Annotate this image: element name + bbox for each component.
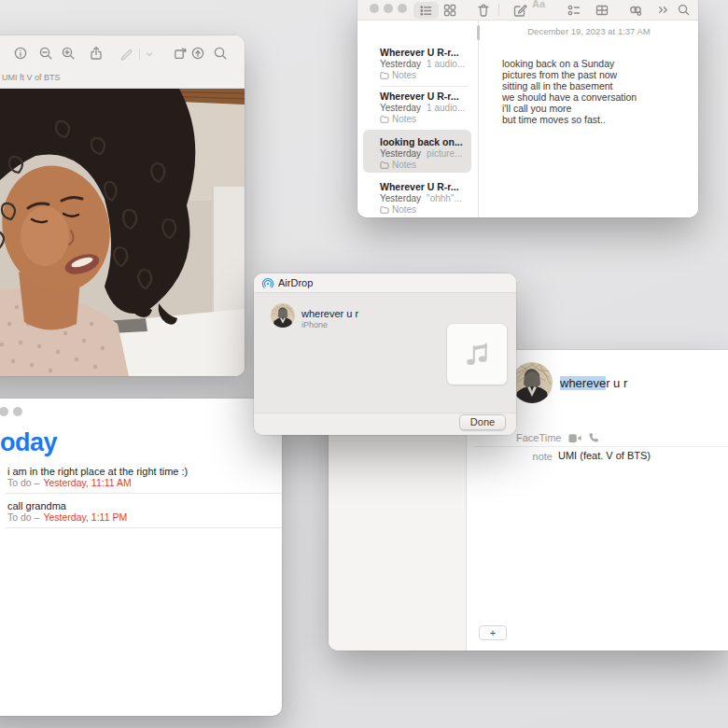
reminder-item[interactable]: call grandma [7, 500, 66, 511]
airdrop-icon [262, 278, 273, 289]
folder-icon [380, 161, 389, 169]
note-field-label: note [506, 451, 553, 462]
note-list-item-selected[interactable]: looking back on... Yesterdaypicture... N… [380, 136, 470, 170]
zoom-out-icon[interactable] [38, 46, 53, 61]
music-note-icon [461, 339, 493, 371]
minimize-button[interactable] [0, 407, 8, 416]
photo-of-person [0, 89, 245, 376]
contact-avatar [511, 362, 553, 403]
search-icon[interactable] [677, 3, 691, 17]
airdrop-device-kind: iPhone [301, 320, 328, 329]
shared-file-thumbnail[interactable] [447, 324, 507, 385]
rotate-icon[interactable] [173, 46, 188, 61]
gallery-view-icon[interactable] [442, 3, 457, 18]
row-divider [474, 446, 728, 447]
markup-pen-icon[interactable] [119, 46, 134, 61]
video-camera-icon[interactable] [568, 433, 581, 443]
note-line: sitting all in the basement [502, 80, 612, 91]
folder-icon [380, 115, 389, 123]
link-icon[interactable] [628, 3, 643, 18]
done-button[interactable]: Done [459, 414, 506, 430]
note-line: pictures from the past now [502, 69, 617, 80]
reminder-item[interactable]: i am in the right place at the right tim… [7, 466, 188, 477]
zoom-button[interactable] [13, 407, 22, 416]
checklist-icon[interactable] [567, 3, 581, 18]
selected-text: whereve [560, 376, 606, 390]
facetime-row: FaceTime [516, 432, 599, 443]
reminders-window: oday i am in the right place at the righ… [0, 399, 282, 716]
airdrop-footer: Done [254, 413, 516, 435]
note-list-item[interactable]: Wherever U R-r... Yesterday1 audio... No… [380, 91, 470, 124]
note-line: we should have a conversation [502, 91, 637, 103]
viewer-toolbar: UMI ft V of BTS [0, 35, 245, 89]
add-field-button[interactable]: + [479, 625, 507, 640]
zoom-button[interactable] [398, 4, 407, 13]
folder-icon [380, 205, 389, 214]
note-field-value[interactable]: UMI (feat. V of BTS) [558, 450, 651, 461]
table-icon[interactable] [595, 3, 609, 18]
list-divider [380, 86, 469, 87]
info-icon[interactable] [13, 46, 28, 61]
viewer-title: UMI ft V of BTS [2, 73, 61, 82]
airdrop-device-avatar[interactable] [271, 303, 295, 328]
share-icon[interactable] [89, 46, 104, 61]
note-editor[interactable]: December 19, 2023 at 1:37 AM looking bac… [480, 21, 698, 217]
zoom-in-icon[interactable] [61, 46, 76, 61]
chevron-down-icon[interactable] [144, 49, 155, 60]
airdrop-window: AirDrop wherever u r iPhone Done [254, 273, 516, 435]
phone-icon[interactable] [588, 432, 599, 443]
list-divider [6, 493, 282, 494]
list-divider [6, 527, 282, 528]
desktop-background: Aa Wherever U R-r... Yesterday1 audio... [0, 0, 728, 728]
note-date-header: December 19, 2023 at 1:37 AM [480, 26, 698, 36]
reminder-meta: To do –Yesterday, 11:11 AM [7, 477, 132, 488]
minimize-button[interactable] [384, 4, 393, 13]
more-chevrons-icon[interactable] [656, 3, 670, 17]
airdrop-title: AirDrop [278, 277, 313, 288]
note-line: i'll call you more [502, 103, 571, 114]
reminder-meta: To do –Yesterday, 1:11 PM [7, 511, 127, 523]
search-icon[interactable] [213, 46, 228, 61]
reminders-list-title: oday [0, 428, 57, 457]
media-viewer-window: UMI ft V of BTS [0, 35, 245, 376]
notes-sidebar: Wherever U R-r... Yesterday1 audio... No… [357, 21, 479, 217]
airdrop-header: AirDrop [254, 273, 516, 293]
annotate-circle-icon[interactable] [190, 46, 205, 61]
note-list-item[interactable]: Wherever U R-r... Yesterday1 audio... No… [380, 47, 470, 80]
toolbar-separator [498, 4, 499, 16]
video-frame[interactable] [0, 89, 245, 376]
airdrop-device-name[interactable]: wherever u r [301, 308, 358, 319]
new-note-icon[interactable] [512, 3, 527, 18]
trash-icon[interactable] [476, 3, 491, 18]
notes-window: Aa Wherever U R-r... Yesterday1 audio... [357, 0, 698, 217]
note-line: but time moves so fast.. [502, 114, 606, 125]
note-list-item[interactable]: Wherever U R-r... Yesterday"ohhh"... Not… [380, 181, 470, 215]
notes-toolbar: Aa [357, 0, 698, 21]
facetime-label: FaceTime [516, 432, 562, 443]
note-line: looking back on a Sunday [502, 58, 614, 69]
list-view-icon[interactable] [419, 4, 433, 18]
toolbar-separator [139, 49, 140, 60]
close-button[interactable] [370, 4, 379, 13]
contact-name[interactable]: wherever u r [560, 376, 627, 390]
folder-icon [380, 71, 389, 79]
